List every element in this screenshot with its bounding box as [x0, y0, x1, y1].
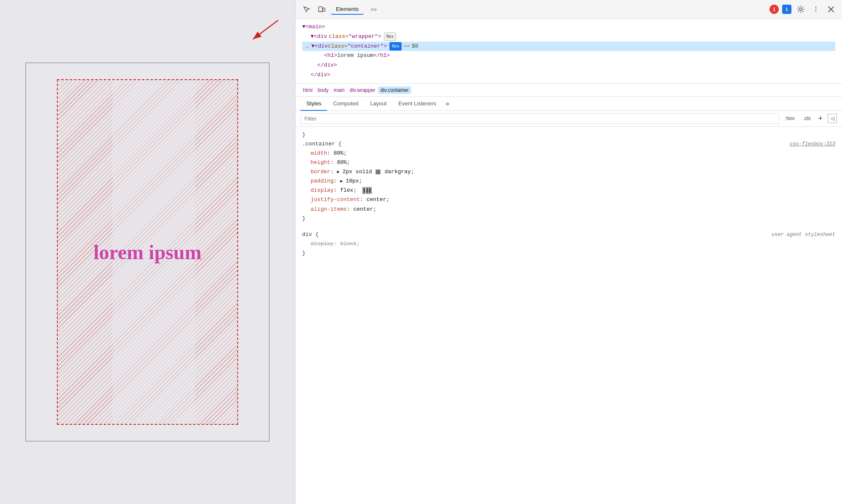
- devtools-panel: Elements >> 1 1: [295, 0, 842, 504]
- dom-line-close-container[interactable]: </div>: [302, 61, 835, 70]
- tab-event-listeners[interactable]: Event Listeners: [392, 97, 442, 111]
- dom-line-container[interactable]: … ▼<div class="container"> flex == $0: [302, 42, 835, 51]
- breadcrumb-div-wrapper[interactable]: div.wrapper: [347, 86, 378, 94]
- filter-arrow-button[interactable]: ◁: [828, 114, 837, 123]
- message-badge[interactable]: 1: [782, 5, 791, 14]
- container-box: lorem ipsum: [57, 79, 238, 425]
- breadcrumb: html body main div.wrapper div.container: [295, 84, 842, 97]
- prop-border[interactable]: border: ▶ 2px solid darkgray;: [311, 167, 835, 177]
- rule-selector-div[interactable]: div {: [302, 230, 319, 239]
- red-arrow-dom: [827, 16, 842, 54]
- svg-point-8: [815, 11, 816, 12]
- rule-container: .container { css-flexbox:313 width: 80%;…: [302, 139, 835, 223]
- svg-point-6: [815, 7, 816, 8]
- more-options-icon[interactable]: [810, 3, 822, 15]
- prop-padding[interactable]: padding: ▶ 10px;: [311, 177, 835, 186]
- error-badge[interactable]: 1: [770, 5, 779, 14]
- rule-source-container[interactable]: css-flexbox:313: [790, 140, 835, 148]
- breadcrumb-div-container[interactable]: div.container: [378, 86, 411, 94]
- breadcrumb-body[interactable]: body: [315, 86, 331, 94]
- tab-computed[interactable]: Computed: [327, 97, 364, 111]
- prev-rule-close: }: [302, 130, 835, 139]
- filter-cls-button[interactable]: .cls: [800, 114, 813, 123]
- prop-height[interactable]: height: 80%;: [311, 158, 835, 167]
- close-devtools-icon[interactable]: [825, 3, 837, 15]
- rule-props-container: width: 80%; height: 80%; border: ▶ 2px s…: [311, 149, 835, 214]
- rule-selector-container[interactable]: .container {: [302, 139, 342, 149]
- tab-elements[interactable]: Elements: [331, 4, 364, 15]
- devtools-header: Elements >> 1 1: [295, 0, 842, 19]
- inspect-icon[interactable]: [300, 3, 312, 15]
- dom-line-main[interactable]: ▼<main>: [302, 22, 835, 32]
- tab-layout[interactable]: Layout: [364, 97, 392, 111]
- filter-bar: :hov .cls + ◁: [295, 111, 842, 127]
- svg-rect-15: [369, 188, 371, 193]
- tab-more-icon[interactable]: »: [442, 98, 453, 109]
- wrapper-box: lorem ipsum: [25, 62, 270, 442]
- tab-more[interactable]: >>: [365, 5, 382, 14]
- svg-point-7: [815, 9, 816, 10]
- svg-rect-13: [363, 188, 365, 193]
- dom-line-wrapper[interactable]: ▼<div class="wrapper"> flex: [302, 32, 835, 42]
- filter-input[interactable]: [300, 113, 779, 124]
- prop-width[interactable]: width: 80%;: [311, 149, 835, 158]
- svg-point-5: [799, 8, 802, 11]
- svg-point-4: [320, 11, 321, 11]
- prop-display[interactable]: display: flex;: [311, 186, 835, 195]
- svg-line-1: [253, 20, 278, 39]
- filter-hov-button[interactable]: :hov: [783, 114, 797, 123]
- tab-styles[interactable]: Styles: [300, 97, 327, 111]
- webpage-preview: lorem ipsum: [0, 0, 295, 504]
- prop-justify-content[interactable]: justify-content: center;: [311, 195, 835, 204]
- dom-line-close-wrapper[interactable]: </div>: [302, 70, 835, 80]
- flex-layout-icon[interactable]: [362, 187, 372, 194]
- prop-align-items[interactable]: align-items: center;: [311, 205, 835, 214]
- breadcrumb-html[interactable]: html: [300, 86, 315, 94]
- color-swatch-darkgray[interactable]: [375, 169, 381, 174]
- rule-props-div: display: block;: [311, 239, 835, 249]
- svg-rect-14: [366, 188, 368, 193]
- breadcrumb-main[interactable]: main: [331, 86, 347, 94]
- css-rules-panel: } .container { css-flexbox:313 width: 80…: [295, 127, 842, 504]
- dom-line-h1[interactable]: <h1>lorem ipsum</h1>: [302, 51, 835, 61]
- dom-tree: ▼<main> ▼<div class="wrapper"> flex … ▼<…: [295, 19, 842, 84]
- rule-div-ua: div { user agent stylesheet display: blo…: [302, 230, 835, 258]
- red-arrow-top: [244, 16, 287, 50]
- lorem-ipsum-text: lorem ipsum: [94, 241, 201, 264]
- filter-add-button[interactable]: +: [816, 114, 824, 123]
- device-mode-icon[interactable]: [316, 3, 327, 15]
- panel-tabs: Styles Computed Layout Event Listeners »: [295, 97, 842, 111]
- prop-display-ua[interactable]: display: block;: [311, 239, 835, 249]
- settings-icon[interactable]: [795, 3, 807, 15]
- devtools-top-tabs: Elements >>: [331, 4, 766, 15]
- svg-rect-3: [323, 8, 325, 11]
- rule-source-ua: user agent stylesheet: [772, 231, 835, 239]
